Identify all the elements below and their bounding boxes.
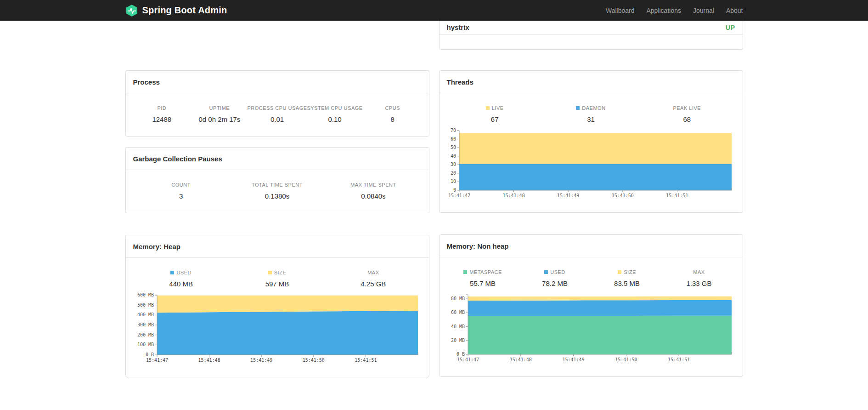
navbar-links: Wallboard Applications Journal About: [600, 7, 743, 14]
nav-item-applications[interactable]: Applications: [640, 7, 687, 14]
metric-value: 3: [133, 192, 229, 200]
legend-nonheap-max: MAX 1.33 GB: [663, 269, 735, 287]
application-status-badge: UP: [726, 24, 735, 31]
legend-threads-peak-live: PEAK LIVE 68: [639, 105, 735, 123]
application-name-link[interactable]: hystrix: [447, 23, 469, 31]
legend-nonheap-size: SIZE 83.5 MB: [591, 269, 663, 287]
svg-text:400 MB: 400 MB: [137, 312, 153, 317]
svg-text:0 B: 0 B: [456, 352, 464, 357]
gc-pauses-panel: Garbage Collection Pauses COUNT 3 TOTAL …: [125, 147, 429, 213]
svg-text:15:41:48: 15:41:48: [509, 357, 531, 362]
legend-value: 440 MB: [133, 280, 229, 288]
memory-nonheap-panel-title: Memory: Non heap: [440, 235, 743, 257]
gc-pauses-panel-title: Garbage Collection Pauses: [126, 148, 429, 170]
applications-panel: hystrix UP: [439, 21, 743, 50]
svg-text:70: 70: [450, 128, 456, 133]
threads-panel: Threads LIVE 67 DAEMON 31: [439, 70, 743, 213]
legend-text: SIZE: [274, 270, 286, 275]
legend-label: DAEMON: [543, 105, 639, 111]
svg-text:100 MB: 100 MB: [137, 342, 153, 347]
right-column: hystrix UP Threads LIVE 67 DAEMON: [439, 21, 743, 377]
live-swatch-icon: [486, 106, 490, 110]
nav-item-about[interactable]: About: [720, 7, 743, 14]
legend-text: LIVE: [492, 105, 504, 111]
legend-label: MAX: [325, 270, 421, 275]
svg-text:20 MB: 20 MB: [451, 338, 464, 343]
nav-item-wallboard[interactable]: Wallboard: [600, 7, 641, 14]
legend-text: PEAK LIVE: [673, 105, 701, 111]
svg-text:15:41:49: 15:41:49: [557, 193, 579, 198]
left-column-spacer: [125, 21, 429, 70]
legend-value: 67: [447, 115, 543, 123]
svg-text:50: 50: [450, 145, 456, 150]
nav-item-journal[interactable]: Journal: [687, 7, 720, 14]
svg-text:15:41:49: 15:41:49: [250, 358, 272, 363]
gc-metrics-row: COUNT 3 TOTAL TIME SPENT 0.1380s MAX TIM…: [126, 170, 429, 200]
legend-nonheap-used: USED 78.2 MB: [519, 269, 591, 287]
legend-nonheap-metaspace: METASPACE 55.7 MB: [447, 269, 519, 287]
legend-value: 55.7 MB: [447, 279, 519, 287]
legend-label: SIZE: [229, 270, 325, 275]
metric-value: 8: [364, 115, 422, 123]
svg-text:0: 0: [453, 188, 456, 193]
svg-text:15:41:48: 15:41:48: [198, 358, 220, 363]
left-column: Process PID 12488 UPTIME 0d 0h 2m 17s PR…: [125, 21, 429, 377]
metric-gc-count: COUNT 3: [133, 182, 229, 200]
legend-text: MAX: [367, 270, 379, 275]
legend-text: MAX: [693, 269, 705, 275]
legend-value: 4.25 GB: [325, 280, 421, 288]
metric-system-cpu-usage: SYSTEM CPU USAGE 0.10: [306, 105, 364, 123]
svg-text:0 B: 0 B: [145, 352, 153, 357]
svg-text:15:41:50: 15:41:50: [611, 193, 633, 198]
metric-label: COUNT: [133, 182, 229, 188]
memory-nonheap-panel: Memory: Non heap METASPACE 55.7 MB USED …: [439, 234, 743, 377]
svg-text:40 MB: 40 MB: [451, 324, 464, 329]
legend-value: 68: [639, 115, 735, 123]
legend-label: METASPACE: [447, 269, 519, 275]
metaspace-swatch-icon: [463, 270, 467, 274]
svg-text:20: 20: [450, 171, 456, 176]
memory-heap-panel: Memory: Heap USED 440 MB SIZE 597 MB: [125, 235, 429, 377]
svg-text:10: 10: [450, 179, 456, 184]
legend-label: SIZE: [591, 269, 663, 275]
legend-label: LIVE: [447, 105, 543, 111]
memory-nonheap-chart: 0 B20 MB40 MB60 MB80 MB15:41:4715:41:481…: [447, 292, 735, 364]
spring-boot-admin-logo-icon: [125, 4, 138, 17]
legend-value: 31: [543, 115, 639, 123]
legend-value: 78.2 MB: [519, 279, 591, 287]
svg-text:15:41:47: 15:41:47: [146, 358, 168, 363]
legend-value: 1.33 GB: [663, 279, 735, 287]
svg-text:15:41:51: 15:41:51: [355, 358, 377, 363]
metric-label: CPUS: [364, 105, 422, 111]
memory-heap-legend: USED 440 MB SIZE 597 MB MAX 4.25 GB: [126, 258, 429, 288]
metric-value: 0.1380s: [229, 192, 325, 200]
legend-label: USED: [133, 270, 229, 275]
metric-label: PROCESS CPU USAGE: [248, 105, 306, 111]
legend-label: MAX: [663, 269, 735, 275]
legend-text: USED: [176, 270, 192, 275]
legend-text: METASPACE: [469, 269, 502, 275]
svg-text:15:41:49: 15:41:49: [562, 357, 584, 362]
svg-text:60 MB: 60 MB: [451, 310, 464, 315]
legend-heap-max: MAX 4.25 GB: [325, 270, 421, 288]
metric-cpus: CPUS 8: [364, 105, 422, 123]
top-navbar: Spring Boot Admin Wallboard Applications…: [0, 0, 868, 21]
svg-text:15:41:47: 15:41:47: [448, 193, 470, 198]
memory-heap-chart: 0 B100 MB200 MB300 MB400 MB500 MB600 MB1…: [133, 292, 422, 365]
process-metrics-row: PID 12488 UPTIME 0d 0h 2m 17s PROCESS CP…: [126, 93, 429, 123]
application-row[interactable]: hystrix UP: [440, 21, 743, 34]
svg-text:80 MB: 80 MB: [451, 296, 464, 301]
metric-gc-total-time: TOTAL TIME SPENT 0.1380s: [229, 182, 325, 200]
main-content: Process PID 12488 UPTIME 0d 0h 2m 17s PR…: [125, 21, 743, 377]
brand-link[interactable]: Spring Boot Admin: [125, 4, 227, 17]
svg-text:15:41:50: 15:41:50: [302, 358, 324, 363]
svg-text:40: 40: [450, 154, 456, 159]
metric-label: UPTIME: [191, 105, 248, 111]
metric-pid: PID 12488: [133, 105, 191, 123]
svg-text:300 MB: 300 MB: [137, 322, 153, 327]
svg-text:500 MB: 500 MB: [137, 302, 153, 308]
metric-uptime: UPTIME 0d 0h 2m 17s: [191, 105, 248, 123]
legend-threads-live: LIVE 67: [447, 105, 543, 123]
navbar-inner: Spring Boot Admin Wallboard Applications…: [125, 0, 743, 21]
metric-process-cpu-usage: PROCESS CPU USAGE 0.01: [248, 105, 306, 123]
